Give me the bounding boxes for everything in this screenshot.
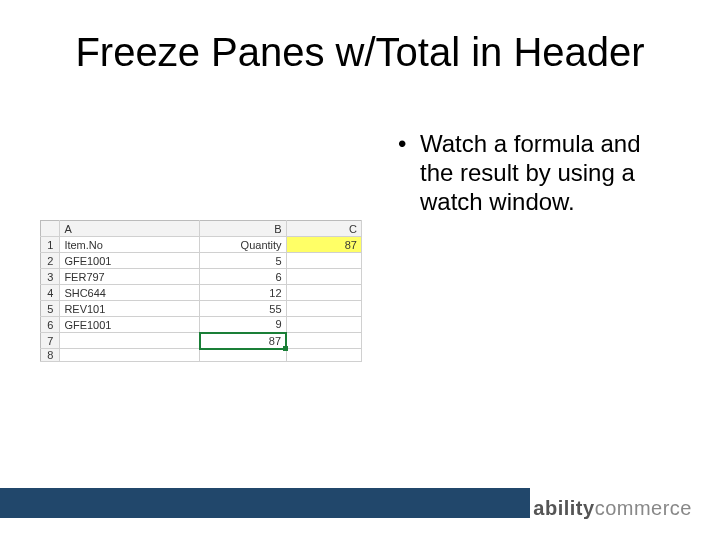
logo-light: commerce: [595, 497, 692, 519]
cell: [286, 269, 361, 285]
row-header: 8: [41, 349, 60, 362]
cell: SHC644: [60, 285, 200, 301]
slide: Freeze Panes w/Total in Header • Watch a…: [0, 0, 720, 540]
cell: [286, 301, 361, 317]
bullet-text: Watch a formula and the result by using …: [420, 130, 678, 216]
cell: [286, 333, 361, 349]
table-row: 2 GFE1001 5: [41, 253, 362, 269]
col-header-c: C: [286, 221, 361, 237]
cell: [60, 333, 200, 349]
cell: [200, 349, 286, 362]
table-row: 1 Item.No Quantity 87: [41, 237, 362, 253]
table-row: 8: [41, 349, 362, 362]
cell: 5: [200, 253, 286, 269]
cell: 9: [200, 317, 286, 333]
column-header-row: A B C: [41, 221, 362, 237]
table-row: 4 SHC644 12: [41, 285, 362, 301]
logo-bold: ability: [533, 497, 594, 519]
cell: 6: [200, 269, 286, 285]
row-header: 6: [41, 317, 60, 333]
table-row: 5 REV101 55: [41, 301, 362, 317]
col-header-a: A: [60, 221, 200, 237]
cell: GFE1001: [60, 317, 200, 333]
spreadsheet: A B C 1 Item.No Quantity 87 2 GFE1001 5 …: [40, 220, 362, 362]
spreadsheet-table: A B C 1 Item.No Quantity 87 2 GFE1001 5 …: [40, 220, 362, 362]
logo: abilitycommerce: [533, 497, 692, 520]
table-row: 3 FER797 6: [41, 269, 362, 285]
cell: [286, 317, 361, 333]
cell: REV101: [60, 301, 200, 317]
cell: FER797: [60, 269, 200, 285]
cell: 12: [200, 285, 286, 301]
col-header-b: B: [200, 221, 286, 237]
bullet-block: • Watch a formula and the result by usin…: [398, 130, 678, 216]
cell: 55: [200, 301, 286, 317]
table-row: 7 87: [41, 333, 362, 349]
footer-bar: [0, 488, 530, 518]
cell: [60, 349, 200, 362]
row-header: 4: [41, 285, 60, 301]
cell: Item.No: [60, 237, 200, 253]
cell: GFE1001: [60, 253, 200, 269]
slide-title: Freeze Panes w/Total in Header: [0, 30, 720, 75]
cell: [286, 253, 361, 269]
cell-selected: 87: [200, 333, 286, 349]
row-header: 3: [41, 269, 60, 285]
row-header: 2: [41, 253, 60, 269]
cell: [286, 285, 361, 301]
cell-highlighted: 87: [286, 237, 361, 253]
row-header: 5: [41, 301, 60, 317]
corner-cell: [41, 221, 60, 237]
row-header: 1: [41, 237, 60, 253]
table-row: 6 GFE1001 9: [41, 317, 362, 333]
bullet-dot: •: [398, 130, 420, 216]
cell: [286, 349, 361, 362]
row-header: 7: [41, 333, 60, 349]
cell: Quantity: [200, 237, 286, 253]
